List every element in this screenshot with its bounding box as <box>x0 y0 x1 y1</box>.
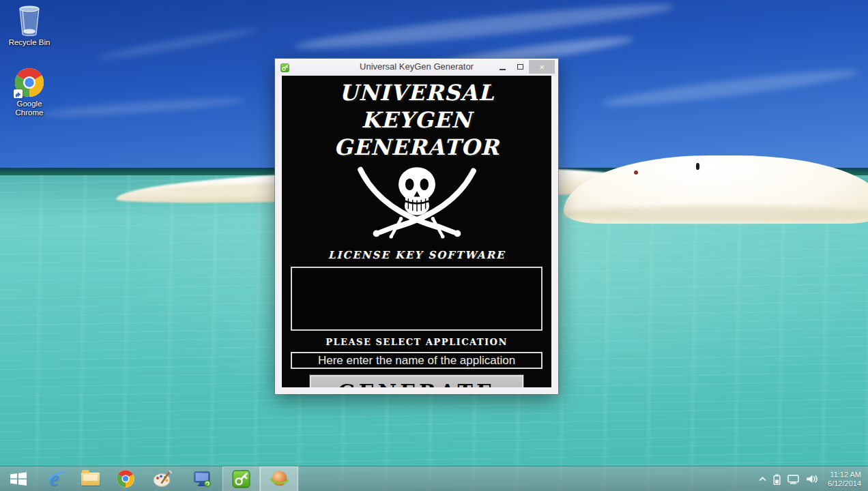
battery-icon[interactable] <box>773 474 781 485</box>
taskbar-clock[interactable]: 11:12 AM 6/12/2014 <box>828 471 861 488</box>
file-explorer-icon <box>81 473 100 486</box>
taskbar: e <box>0 466 868 491</box>
chrome-icon <box>14 67 45 98</box>
taskbar-item-keygen-app-running[interactable] <box>260 466 298 491</box>
distant-person <box>696 163 699 170</box>
taskbar-item-keygen[interactable] <box>222 466 260 491</box>
pirate-skull-crossed-swords-icon <box>336 162 497 248</box>
cloud <box>601 65 860 111</box>
clock-date: 6/12/2014 <box>828 479 861 488</box>
maximize-icon <box>517 64 523 70</box>
taskbar-item-file-explorer[interactable] <box>72 466 108 491</box>
keygen-window: Universal KeyGen Generator × UNIVERSAL K… <box>275 59 558 394</box>
system-tray: 11:12 AM 6/12/2014 <box>759 466 868 491</box>
chrome-icon <box>116 469 135 488</box>
desktop-icon-google-chrome[interactable]: Google Chrome <box>3 67 56 117</box>
internet-explorer-icon: e <box>50 469 59 488</box>
distant-object <box>634 170 638 175</box>
window-content: UNIVERSAL KEYGEN GENERATOR <box>282 76 551 387</box>
select-application-label: PLEASE SELECT APPLICATION <box>282 337 551 347</box>
paint-palette-icon <box>153 470 172 488</box>
hidden-icons-chevron-icon[interactable] <box>759 477 766 481</box>
app-heading-line1: UNIVERSAL KEYGEN <box>282 79 551 134</box>
taskbar-item-paint[interactable] <box>143 466 182 491</box>
windows-logo-icon <box>10 471 27 487</box>
app-heading-line2: GENERATOR <box>282 134 551 161</box>
cloud <box>293 0 676 55</box>
minimize-icon <box>500 69 506 70</box>
serial-output-box[interactable] <box>291 267 542 331</box>
cloud <box>41 95 246 120</box>
desktop-icon-label: Google Chrome <box>3 100 56 117</box>
desktop-icon-recycle-bin[interactable]: Recycle Bin <box>3 4 56 47</box>
maximize-button[interactable] <box>511 60 529 74</box>
desktop-icon-label: Recycle Bin <box>3 38 56 47</box>
tagline: LICENSE KEY SOFTWARE <box>282 249 551 261</box>
orange-sphere-app-icon <box>270 469 289 489</box>
window-titlebar[interactable]: Universal KeyGen Generator × <box>275 59 558 76</box>
taskbar-item-internet-explorer[interactable]: e <box>37 466 72 491</box>
taskbar-item-computer[interactable] <box>182 466 222 491</box>
desktop-screen: Recycle Bin Google Chrome <box>0 0 868 491</box>
start-button[interactable] <box>0 466 37 491</box>
shortcut-arrow-icon <box>14 89 23 98</box>
green-key-icon <box>232 470 250 488</box>
application-name-input[interactable] <box>291 352 542 369</box>
generate-button[interactable]: GENERATE <box>310 375 523 387</box>
computer-monitor-icon <box>193 471 212 488</box>
network-icon[interactable] <box>787 475 799 484</box>
volume-icon[interactable] <box>806 474 818 484</box>
sand-dune-shadow <box>560 206 868 222</box>
taskbar-item-chrome[interactable] <box>108 466 143 491</box>
cloud <box>96 25 259 62</box>
minimize-button[interactable] <box>493 60 511 74</box>
close-button[interactable]: × <box>529 60 555 74</box>
clock-time: 11:12 AM <box>828 471 861 479</box>
recycle-bin-icon <box>3 4 56 37</box>
